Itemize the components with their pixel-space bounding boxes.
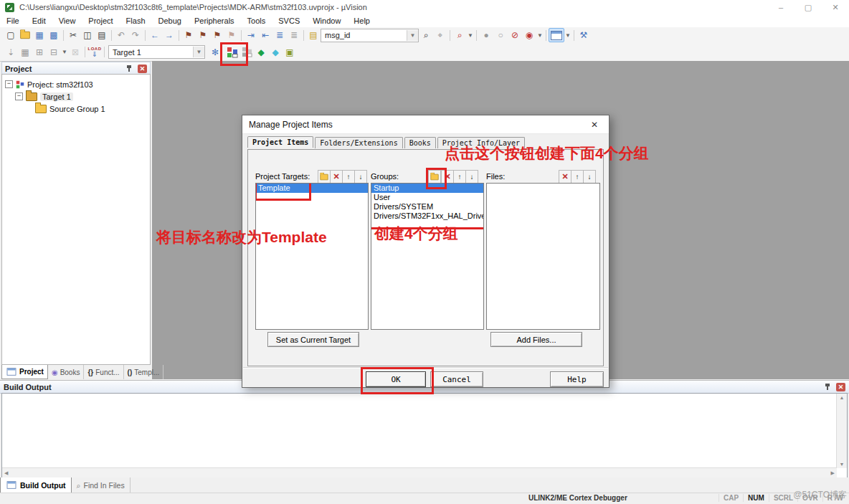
menu-tools[interactable]: Tools bbox=[241, 16, 272, 25]
redo-icon[interactable]: ↷ bbox=[128, 29, 143, 42]
bookmark-clear-icon[interactable]: ⚑ bbox=[224, 29, 239, 42]
build-icon[interactable]: ▦ bbox=[18, 46, 32, 59]
tab-templates[interactable]: () Templ... bbox=[124, 365, 164, 379]
group-item[interactable]: Drivers/SYSTEM bbox=[371, 202, 483, 211]
target-item-template[interactable]: Template bbox=[256, 184, 368, 193]
options-for-target-icon[interactable]: ✻ bbox=[208, 46, 222, 59]
search-term-combo[interactable]: msg_id ▼ bbox=[321, 29, 419, 42]
delete-file-button[interactable]: ✕ bbox=[559, 170, 571, 184]
new-target-button[interactable] bbox=[318, 170, 331, 184]
comment-icon[interactable]: ≣ bbox=[272, 29, 287, 42]
scroll-down-icon[interactable]: ▼ bbox=[838, 460, 847, 468]
build-output-content[interactable]: ▲ ▼ ◀ ▶ bbox=[1, 393, 848, 478]
group-item[interactable]: Drivers/STM32F1xx_HAL_Driver bbox=[371, 211, 483, 221]
collapse-icon[interactable]: − bbox=[15, 92, 23, 100]
group-item[interactable]: User bbox=[371, 193, 483, 202]
breakpoint-enable-icon[interactable]: ○ bbox=[493, 29, 508, 42]
download-to-flash-icon[interactable]: LOAD ⇓ bbox=[87, 46, 102, 59]
menu-svcs[interactable]: SVCS bbox=[272, 16, 306, 25]
incremental-find-icon[interactable]: ⌖ bbox=[433, 29, 447, 42]
scroll-left-icon[interactable]: ◀ bbox=[2, 469, 10, 477]
scroll-right-icon[interactable]: ▶ bbox=[829, 469, 837, 477]
close-button[interactable]: ✕ bbox=[822, 0, 849, 14]
maximize-button[interactable]: ▢ bbox=[795, 0, 822, 14]
cut-icon[interactable]: ✂ bbox=[66, 29, 80, 42]
copy-icon[interactable]: ◫ bbox=[80, 29, 95, 42]
new-file-icon[interactable]: ▢ bbox=[4, 29, 18, 42]
collapse-icon[interactable]: − bbox=[5, 80, 13, 88]
manage-run-time-environment-icon[interactable] bbox=[239, 46, 254, 59]
combo-dropdown-icon[interactable]: ▼ bbox=[407, 30, 418, 41]
delete-target-button[interactable]: ✕ bbox=[330, 170, 343, 184]
tab-project-items[interactable]: Project Items bbox=[247, 136, 313, 148]
paste-icon[interactable]: ▤ bbox=[95, 29, 109, 42]
software-packs-icon[interactable]: ▣ bbox=[283, 46, 297, 59]
layout-dropdown-icon[interactable]: ▼ bbox=[564, 29, 571, 42]
horizontal-scrollbar[interactable]: ◀ ▶ bbox=[2, 467, 837, 477]
zoom-dropdown-icon[interactable]: ▼ bbox=[467, 29, 474, 42]
zoom-magnifier-icon[interactable]: ⌕ bbox=[452, 29, 467, 42]
tab-folders-extensions[interactable]: Folders/Extensions bbox=[315, 137, 402, 148]
bookmark-next-icon[interactable]: ⚑ bbox=[210, 29, 224, 42]
files-list[interactable] bbox=[486, 183, 600, 330]
messages-book-icon[interactable]: ▤ bbox=[306, 29, 321, 42]
menu-edit[interactable]: Edit bbox=[26, 16, 52, 25]
project-panel-close-icon[interactable]: ✕ bbox=[138, 65, 147, 73]
move-group-down-button[interactable]: ↓ bbox=[465, 170, 478, 184]
uncomment-icon[interactable]: ≣ bbox=[287, 29, 301, 42]
navigate-forward-icon[interactable]: → bbox=[162, 29, 176, 42]
groups-list[interactable]: Startup User Drivers/SYSTEM Drivers/STM3… bbox=[371, 183, 484, 330]
bookmark-prev-icon[interactable]: ⚑ bbox=[196, 29, 210, 42]
stop-build-icon[interactable]: ⊠ bbox=[68, 46, 82, 59]
build-output-pin-icon[interactable] bbox=[825, 383, 831, 391]
breakpoint-dropdown-icon[interactable]: ▼ bbox=[536, 29, 544, 42]
pin-icon[interactable] bbox=[126, 65, 133, 73]
tree-item-project-root[interactable]: − Project: stm32f103 bbox=[2, 78, 150, 90]
set-as-current-target-button[interactable]: Set as Current Target bbox=[267, 332, 359, 347]
delete-group-button[interactable]: ✕ bbox=[441, 170, 454, 184]
group-item[interactable]: Startup bbox=[371, 184, 483, 193]
build-output-close-icon[interactable]: ✕ bbox=[836, 383, 845, 391]
bookmark-toggle-icon[interactable]: ⚑ bbox=[181, 29, 196, 42]
batch-build-dropdown-icon[interactable]: ▼ bbox=[61, 46, 68, 59]
vertical-scrollbar[interactable]: ▲ ▼ bbox=[836, 394, 847, 468]
minimize-button[interactable]: – bbox=[767, 0, 795, 14]
add-files-button[interactable]: Add Files... bbox=[490, 332, 582, 347]
move-target-down-button[interactable]: ↓ bbox=[354, 170, 367, 184]
target-select-combo[interactable]: Target 1 ▼ bbox=[108, 45, 205, 59]
cancel-button[interactable]: Cancel bbox=[430, 371, 483, 387]
window-layout-icon[interactable] bbox=[549, 28, 564, 42]
outdent-icon[interactable]: ⇤ bbox=[258, 29, 272, 42]
breakpoint-toggle-icon[interactable]: ● bbox=[479, 29, 493, 42]
target-dropdown-icon[interactable]: ▼ bbox=[193, 47, 204, 57]
menu-help[interactable]: Help bbox=[347, 16, 376, 25]
flash-erase-icon[interactable]: ◆ bbox=[268, 46, 283, 59]
move-file-up-button[interactable]: ↑ bbox=[571, 170, 584, 184]
batch-build-icon[interactable]: ⊟ bbox=[47, 46, 61, 59]
menu-project[interactable]: Project bbox=[82, 16, 119, 25]
navigate-back-icon[interactable]: ← bbox=[148, 29, 162, 42]
find-in-files-icon[interactable]: ⌕ bbox=[419, 29, 433, 42]
menu-peripherals[interactable]: Peripherals bbox=[188, 16, 241, 25]
undo-icon[interactable]: ↶ bbox=[114, 29, 128, 42]
help-button[interactable]: Help bbox=[550, 371, 604, 387]
tab-functions[interactable]: {} Funct... bbox=[84, 365, 123, 379]
tab-build-output[interactable]: Build Output bbox=[0, 477, 72, 493]
translate-icon[interactable]: ⇣ bbox=[4, 46, 18, 59]
tab-books-dialog[interactable]: Books bbox=[404, 137, 436, 148]
rebuild-icon[interactable]: ⊞ bbox=[32, 46, 47, 59]
menu-view[interactable]: View bbox=[52, 16, 82, 25]
menu-flash[interactable]: Flash bbox=[120, 16, 152, 25]
new-group-button[interactable] bbox=[428, 170, 441, 184]
dialog-close-icon[interactable]: ✕ bbox=[587, 120, 602, 130]
tab-books[interactable]: ◉ Books bbox=[48, 365, 85, 379]
move-file-down-button[interactable]: ↓ bbox=[583, 170, 596, 184]
flash-configure-icon[interactable]: ◆ bbox=[254, 46, 268, 59]
breakpoint-disable-icon[interactable]: ⊘ bbox=[508, 29, 522, 42]
save-all-icon[interactable]: ▩ bbox=[47, 29, 61, 42]
configuration-wrench-icon[interactable]: ⚒ bbox=[577, 29, 591, 42]
move-group-up-button[interactable]: ↑ bbox=[453, 170, 466, 184]
ok-button[interactable]: OK bbox=[366, 371, 426, 387]
project-targets-list[interactable]: Template bbox=[255, 183, 369, 330]
move-target-up-button[interactable]: ↑ bbox=[342, 170, 355, 184]
